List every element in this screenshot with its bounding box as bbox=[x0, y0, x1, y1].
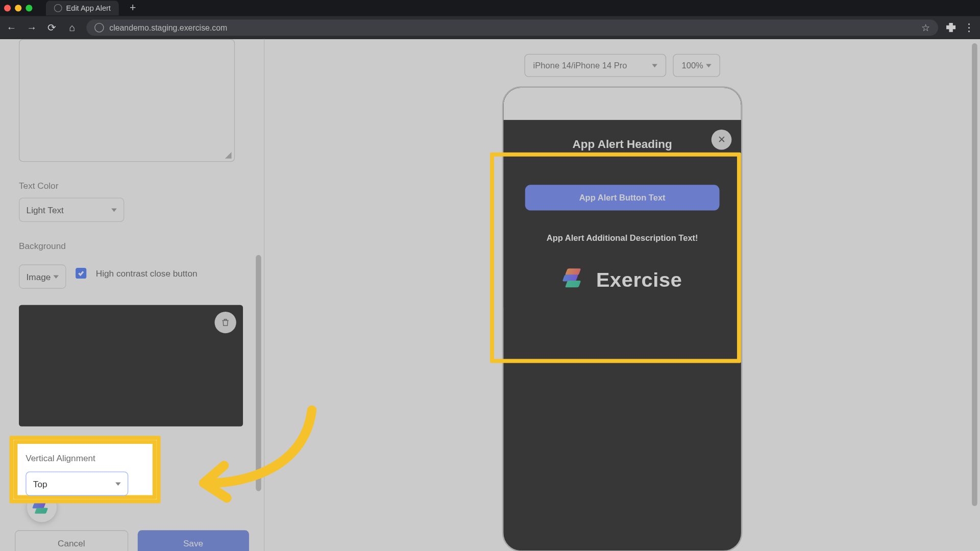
globe-icon bbox=[54, 4, 62, 12]
cancel-button[interactable]: Cancel bbox=[15, 530, 128, 551]
alert-cta-button[interactable]: App Alert Button Text bbox=[525, 185, 720, 210]
new-tab-button[interactable]: + bbox=[124, 2, 141, 14]
window-controls[interactable] bbox=[4, 5, 33, 11]
text-color-select[interactable]: Light Text bbox=[19, 197, 124, 222]
scrollbar[interactable] bbox=[256, 39, 261, 521]
select-value: 100% bbox=[682, 61, 703, 70]
app-alert-preview: ✕ App Alert Heading App Alert Button Tex… bbox=[503, 120, 741, 308]
maximize-window-icon[interactable] bbox=[26, 5, 32, 11]
background-select[interactable]: Image bbox=[19, 264, 66, 289]
chevron-down-icon bbox=[652, 64, 657, 67]
device-frame: ✕ App Alert Heading App Alert Button Tex… bbox=[502, 86, 743, 551]
app-launcher-badge[interactable]: 57 bbox=[27, 492, 57, 522]
brand-mark-icon bbox=[32, 497, 52, 517]
home-icon[interactable]: ⌂ bbox=[66, 21, 79, 33]
background-label: Background bbox=[19, 241, 256, 251]
minimize-window-icon[interactable] bbox=[15, 5, 21, 11]
brand-row: Exercise bbox=[517, 268, 728, 291]
preview-controls: iPhone 14/iPhone 14 Pro 100% bbox=[524, 54, 720, 77]
alert-heading: App Alert Heading bbox=[517, 138, 728, 151]
close-alert-button[interactable]: ✕ bbox=[712, 130, 732, 150]
browser-window: Edit App Alert + ← → ⟳ ⌂ cleandemo.stagi… bbox=[0, 0, 980, 551]
preview-area: iPhone 14/iPhone 14 Pro 100% ✕ App Alert… bbox=[264, 39, 980, 551]
bookmark-icon[interactable]: ☆ bbox=[921, 22, 930, 33]
high-contrast-label: High contrast close button bbox=[96, 268, 198, 279]
vertical-alignment-select[interactable]: Top bbox=[19, 465, 124, 489]
chevron-down-icon bbox=[706, 64, 712, 67]
scrollbar[interactable] bbox=[972, 39, 977, 551]
browser-tab[interactable]: Edit App Alert bbox=[46, 1, 119, 15]
device-notch-area bbox=[503, 88, 741, 120]
brand-mark-icon bbox=[562, 268, 585, 291]
page: Text Color Light Text Background Image bbox=[0, 39, 980, 551]
tab-bar: Edit App Alert + bbox=[0, 0, 980, 16]
alert-description: App Alert Additional Description Text! bbox=[517, 234, 728, 243]
globe-icon bbox=[94, 22, 104, 32]
forward-icon[interactable]: → bbox=[26, 21, 38, 33]
chevron-down-icon bbox=[53, 275, 59, 279]
back-icon[interactable]: ← bbox=[6, 21, 18, 33]
extensions-icon[interactable] bbox=[946, 22, 956, 32]
background-image-preview bbox=[19, 305, 243, 427]
select-value: Image bbox=[27, 271, 51, 282]
settings-panel: Text Color Light Text Background Image bbox=[0, 39, 264, 551]
delete-image-button[interactable] bbox=[214, 312, 236, 333]
description-textarea[interactable] bbox=[19, 39, 235, 162]
scrollbar-thumb[interactable] bbox=[972, 43, 977, 507]
high-contrast-checkbox[interactable] bbox=[76, 268, 86, 279]
url-text: cleandemo.staging.exercise.com bbox=[109, 22, 227, 32]
chevron-down-icon bbox=[111, 208, 117, 212]
scrollbar-thumb[interactable] bbox=[256, 255, 261, 491]
address-bar: ← → ⟳ ⌂ cleandemo.staging.exercise.com ☆… bbox=[0, 16, 980, 39]
text-color-label: Text Color bbox=[19, 181, 256, 191]
badge-count: 57 bbox=[46, 488, 61, 497]
reload-icon[interactable]: ⟳ bbox=[46, 21, 58, 34]
vertical-alignment-label: Vertical Alignment bbox=[19, 448, 249, 458]
chevron-down-icon bbox=[111, 475, 117, 479]
select-value: iPhone 14/iPhone 14 Pro bbox=[533, 61, 627, 70]
menu-icon[interactable]: ⋮ bbox=[964, 21, 974, 34]
close-window-icon[interactable] bbox=[4, 5, 11, 11]
zoom-select[interactable]: 100% bbox=[673, 54, 720, 77]
tab-title: Edit App Alert bbox=[66, 4, 111, 12]
url-bar[interactable]: cleandemo.staging.exercise.com ☆ bbox=[86, 19, 938, 36]
brand-name: Exercise bbox=[596, 268, 682, 291]
save-button[interactable]: Save bbox=[137, 530, 249, 551]
panel-footer: Cancel Save Ta bbox=[0, 521, 264, 551]
device-select[interactable]: iPhone 14/iPhone 14 Pro bbox=[524, 54, 666, 77]
select-value: Light Text bbox=[27, 205, 64, 215]
select-value: Top bbox=[27, 472, 41, 482]
